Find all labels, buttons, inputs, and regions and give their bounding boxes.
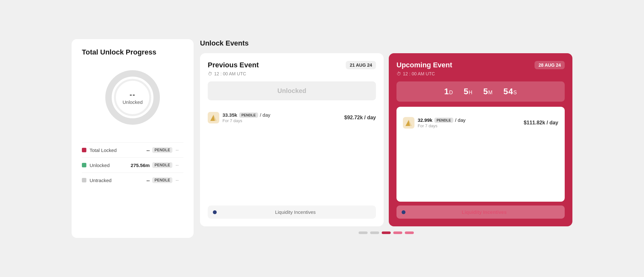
clock-icon-upcoming: ⏱ xyxy=(396,71,401,76)
page-dot-5[interactable] xyxy=(405,231,414,234)
clock-icon-previous: ⏱ xyxy=(208,71,212,76)
previous-token-per: / day xyxy=(260,112,271,118)
countdown-hours-value: 5 xyxy=(464,87,468,96)
legend-name-untracked: Untracked xyxy=(90,178,146,183)
pendle-icon-previous xyxy=(208,112,219,123)
legend-dot-untracked xyxy=(82,178,86,182)
right-section: Unlock Events Previous Event 21 AUG 24 ⏱… xyxy=(200,39,572,234)
upcoming-liquidity-label: Liquidity Incentives xyxy=(409,209,560,215)
countdown-minutes-unit: M xyxy=(488,90,493,95)
countdown-hours-unit: H xyxy=(469,90,473,95)
countdown-display: 1D 5H 5M 54S xyxy=(396,81,565,102)
previous-event-header: Previous Event 21 AUG 24 xyxy=(208,61,376,69)
donut-container: -- Unlocked xyxy=(82,65,183,130)
donut-dashes: -- xyxy=(123,90,143,99)
previous-usd-rate: $92.72k / day xyxy=(344,115,376,121)
countdown-minutes-value: 5 xyxy=(483,87,488,96)
countdown-seconds-unit: S xyxy=(513,90,517,95)
events-section-title: Unlock Events xyxy=(200,39,572,47)
pagination xyxy=(200,231,572,234)
left-card: Total Unlock Progress -- Unlocked xyxy=(72,39,194,238)
page-dot-3[interactable] xyxy=(382,231,391,234)
upcoming-pendle-tag: PENDLE xyxy=(434,118,453,123)
upcoming-event-date: 28 AUG 24 xyxy=(535,61,565,69)
pendle-badge-untracked: PENDLE xyxy=(152,177,172,183)
previous-event-time: ⏱ 12 : 00 AM UTC xyxy=(208,71,376,76)
upcoming-usd-rate: $111.82k / day xyxy=(524,120,558,126)
previous-liquidity-label: Liquidity Incentives xyxy=(220,209,371,215)
page-dot-2[interactable] xyxy=(370,231,379,234)
upcoming-liquidity-row[interactable]: Liquidity Incentives xyxy=(396,206,565,219)
upcoming-token-per: / day xyxy=(455,117,466,123)
page-dot-1[interactable] xyxy=(359,231,368,234)
legend-usd-unlocked: -- xyxy=(176,163,183,168)
previous-event-title: Previous Event xyxy=(208,61,259,69)
legend-item-total-locked: Total Locked -- PENDLE -- xyxy=(82,142,183,157)
upcoming-event-header: Upcoming Event 28 AUG 24 xyxy=(396,61,565,69)
countdown-time: 1D 5H 5M 54S xyxy=(402,87,560,97)
legend-value-total-locked: -- xyxy=(146,147,150,153)
upcoming-token-amount: 32.99k xyxy=(418,117,432,123)
legend-dot-unlocked xyxy=(82,163,86,167)
previous-event-card: Previous Event 21 AUG 24 ⏱ 12 : 00 AM UT… xyxy=(200,53,384,226)
upcoming-event-time-text: 12 : 00 AM UTC xyxy=(403,71,435,76)
page-dot-4[interactable] xyxy=(393,231,402,234)
donut-center: -- Unlocked xyxy=(123,90,143,105)
upcoming-token-row: 32.99k PENDLE / day For 7 days $111.82k … xyxy=(403,112,558,134)
previous-token-duration: For 7 days xyxy=(222,118,341,123)
unlocked-button[interactable]: Unlocked xyxy=(208,81,376,100)
legend-list: Total Locked -- PENDLE -- Unlocked 275.5… xyxy=(82,142,183,188)
previous-pendle-tag: PENDLE xyxy=(239,113,258,118)
upcoming-event-card: Upcoming Event 28 AUG 24 ⏱ 12 : 00 AM UT… xyxy=(389,53,572,226)
previous-event-time-text: 12 : 00 AM UTC xyxy=(214,71,246,76)
previous-liquidity-row[interactable]: Liquidity Incentives xyxy=(208,206,376,219)
upcoming-inner-card: 32.99k PENDLE / day For 7 days $111.82k … xyxy=(396,107,565,202)
pendle-badge-total-locked: PENDLE xyxy=(152,147,172,153)
legend-usd-total-locked: -- xyxy=(176,147,183,153)
previous-token-amount: 33.35k xyxy=(222,112,237,118)
previous-token-rate: 33.35k PENDLE / day xyxy=(222,112,341,118)
upcoming-event-title: Upcoming Event xyxy=(396,61,452,69)
previous-event-date: 21 AUG 24 xyxy=(346,61,376,69)
previous-token-row: 33.35k PENDLE / day For 7 days $92.72k /… xyxy=(208,107,376,129)
legend-item-unlocked: Unlocked 275.56m PENDLE -- xyxy=(82,157,183,172)
previous-token-info: 33.35k PENDLE / day For 7 days xyxy=(222,112,341,123)
unlocked-label: Unlocked xyxy=(277,87,306,94)
legend-name-unlocked: Unlocked xyxy=(90,163,131,168)
upcoming-token-info: 32.99k PENDLE / day For 7 days xyxy=(418,117,520,128)
upcoming-event-time: ⏱ 12 : 00 AM UTC xyxy=(396,71,565,76)
main-container: Total Unlock Progress -- Unlocked xyxy=(72,39,572,238)
countdown-days-unit: D xyxy=(449,90,453,95)
upcoming-token-rate: 32.99k PENDLE / day xyxy=(418,117,520,123)
events-grid: Previous Event 21 AUG 24 ⏱ 12 : 00 AM UT… xyxy=(200,53,572,226)
pendle-badge-unlocked: PENDLE xyxy=(152,162,172,168)
donut-label: Unlocked xyxy=(123,99,143,105)
legend-value-unlocked: 275.56m xyxy=(131,163,150,168)
legend-dot-total-locked xyxy=(82,148,86,152)
countdown-days-value: 1 xyxy=(444,87,449,96)
liquidity-dot-previous xyxy=(213,210,217,214)
upcoming-token-duration: For 7 days xyxy=(418,123,520,128)
pendle-icon-upcoming xyxy=(403,117,414,129)
legend-name-total-locked: Total Locked xyxy=(90,147,146,153)
legend-item-untracked: Untracked -- PENDLE -- xyxy=(82,172,183,188)
left-card-title: Total Unlock Progress xyxy=(82,48,183,56)
donut-wrapper: -- Unlocked xyxy=(100,65,165,130)
countdown-seconds-value: 54 xyxy=(503,87,513,96)
legend-value-untracked: -- xyxy=(146,178,150,183)
legend-usd-untracked: -- xyxy=(176,178,183,183)
liquidity-dot-upcoming xyxy=(402,210,405,214)
